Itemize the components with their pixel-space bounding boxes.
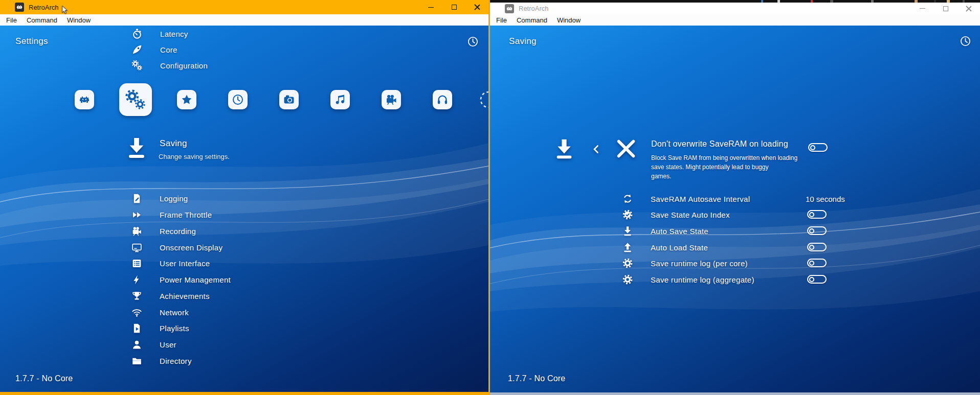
category-music[interactable] — [330, 90, 350, 109]
gear-check-icon — [622, 209, 633, 220]
gear-icon — [622, 274, 633, 285]
list-item-directory[interactable]: Directory — [131, 354, 192, 368]
minimize-icon — [920, 8, 925, 9]
clock-icon — [960, 35, 971, 47]
toggle-dont-overwrite-saveram[interactable] — [808, 143, 828, 152]
setting-save-state-auto-index[interactable]: Save State Auto Index — [622, 207, 862, 222]
page-title: Saving — [509, 36, 537, 47]
fast-forward-icon — [131, 210, 142, 220]
titlebar[interactable]: RetroArch — [0, 0, 488, 14]
setting-auto-save-state[interactable]: Auto Save State — [622, 224, 862, 238]
toggle-save-state-auto-index[interactable] — [807, 210, 827, 219]
category-settings-selected[interactable] — [119, 83, 152, 116]
retroarch-invader-icon — [78, 94, 91, 106]
minimize-button[interactable] — [419, 0, 442, 14]
category-main-menu[interactable] — [75, 90, 94, 109]
menu-bar: File Command Window — [490, 14, 980, 26]
selected-item-label[interactable]: Saving — [160, 138, 187, 149]
load-upload-icon — [622, 242, 633, 253]
retroarch-app-icon — [15, 3, 24, 12]
minimize-icon — [428, 7, 434, 8]
chevron-left-icon — [590, 143, 603, 155]
cross-icon — [614, 137, 638, 160]
save-download-icon — [622, 225, 633, 237]
maximize-button[interactable] — [934, 3, 957, 14]
gears-icon — [131, 60, 143, 71]
settings-gears-icon — [125, 89, 146, 110]
menu-command[interactable]: Command — [515, 16, 549, 24]
maximize-icon — [943, 6, 948, 11]
version-status: 1.7.7 - No Core — [15, 374, 73, 383]
selected-setting-label[interactable]: Don't overwrite SaveRAM on loading — [651, 140, 788, 149]
close-button[interactable] — [957, 3, 980, 14]
setting-save-runtime-log-per-core[interactable]: Save runtime log (per core) — [622, 256, 862, 270]
setting-value[interactable]: 10 seconds — [806, 195, 845, 203]
window-title: RetroArch — [29, 4, 59, 11]
list-item-latency[interactable]: Latency — [131, 27, 188, 41]
window-title: RetroArch — [519, 5, 549, 12]
log-document-icon — [131, 193, 142, 204]
menu-file[interactable]: File — [5, 16, 18, 24]
toggle-runtime-log-per-core[interactable] — [807, 259, 827, 267]
toggle-auto-load-state[interactable] — [807, 243, 827, 251]
list-item-power-management[interactable]: Power Management — [131, 272, 231, 287]
setting-save-runtime-log-aggregate[interactable]: Save runtime log (aggregate) — [622, 272, 862, 287]
list-item-user[interactable]: User — [131, 337, 176, 352]
headset-icon — [436, 94, 449, 106]
menu-window[interactable]: Window — [555, 16, 582, 24]
xmb-screen-settings: Settings Latency Core Configuration — [0, 26, 488, 392]
wifi-icon — [131, 307, 142, 318]
star-icon — [181, 94, 193, 106]
list-icon — [131, 258, 142, 269]
setting-saveram-autosave-interval[interactable]: SaveRAM Autosave Interval 10 seconds — [622, 192, 862, 206]
autosave-refresh-icon — [622, 193, 633, 204]
music-note-icon — [334, 94, 346, 106]
list-item-configuration[interactable]: Configuration — [131, 58, 208, 73]
user-icon — [131, 339, 142, 350]
list-item-onscreen-display[interactable]: Onscreen Display — [131, 240, 222, 254]
save-download-icon — [552, 137, 576, 160]
desktop: RetroArch File Command Window Settings — [0, 0, 980, 395]
maximize-button[interactable] — [442, 0, 465, 14]
category-netplay[interactable] — [433, 90, 452, 109]
list-item-playlists[interactable]: Playlists — [131, 321, 189, 335]
photo-camera-icon — [283, 94, 295, 106]
history-clock-icon — [232, 94, 244, 106]
toggle-auto-save-state[interactable] — [807, 226, 827, 235]
menu-window[interactable]: Window — [65, 16, 92, 24]
list-item-achievements[interactable]: Achievements — [131, 289, 210, 303]
gear-icon — [622, 258, 633, 269]
retroarch-window-settings: RetroArch File Command Window Settings — [0, 0, 490, 395]
list-item-core[interactable]: Core — [131, 42, 177, 57]
toggle-runtime-log-aggregate[interactable] — [807, 275, 827, 284]
trophy-icon — [131, 291, 142, 301]
list-item-network[interactable]: Network — [131, 305, 189, 319]
list-item-logging[interactable]: Logging — [131, 191, 188, 205]
minimize-button[interactable] — [911, 3, 934, 14]
selected-item-sublabel: Change saving settings. — [159, 153, 230, 160]
close-button[interactable] — [465, 0, 488, 14]
category-history[interactable] — [228, 90, 248, 109]
rocket-icon — [131, 44, 143, 55]
list-item-recording[interactable]: Recording — [131, 224, 196, 238]
mouse-cursor-icon — [60, 3, 70, 16]
menu-file[interactable]: File — [495, 16, 508, 24]
menu-bar: File Command Window — [0, 14, 488, 26]
retroarch-app-icon — [505, 4, 514, 13]
setting-auto-load-state[interactable]: Auto Load State — [622, 240, 862, 254]
wave-background — [0, 26, 488, 392]
close-icon — [474, 4, 480, 10]
dashed-circle-icon[interactable] — [479, 90, 490, 109]
list-item-frame-throttle[interactable]: Frame Throttle — [131, 207, 212, 222]
category-images[interactable] — [279, 90, 299, 109]
list-item-user-interface[interactable]: User Interface — [131, 256, 210, 270]
clock-icon — [467, 36, 479, 48]
category-favorites[interactable] — [177, 90, 196, 109]
bolt-icon — [131, 274, 142, 285]
folder-icon — [131, 356, 142, 366]
menu-command[interactable]: Command — [25, 16, 59, 24]
titlebar[interactable]: RetroArch — [490, 3, 980, 14]
monitor-icon — [131, 242, 142, 253]
category-video[interactable] — [382, 90, 401, 109]
film-camera-icon — [131, 226, 142, 237]
